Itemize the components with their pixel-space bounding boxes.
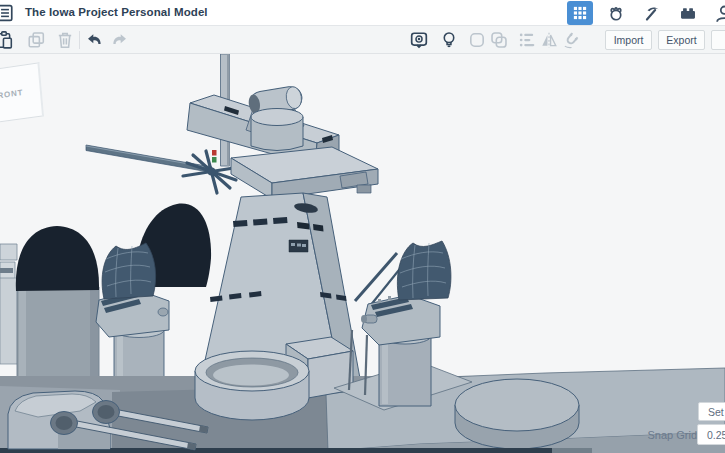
grid-view-icon[interactable] — [567, 1, 593, 25]
hull-shadow-fade — [552, 448, 592, 453]
group-icon[interactable] — [468, 31, 486, 49]
director-drum[interactable] — [251, 109, 303, 151]
tinkercad-editor: The Iowa Project Personal Model — [0, 0, 725, 453]
copy-paste-icon[interactable] — [0, 31, 13, 49]
editor-mode-switcher — [567, 0, 725, 26]
bridge-platform[interactable] — [231, 147, 378, 199]
snap-magnet-icon[interactable] — [562, 31, 580, 49]
delete-icon[interactable] — [56, 31, 74, 49]
ungroup-icon[interactable] — [490, 31, 508, 49]
hide-selected-icon[interactable] — [410, 31, 428, 49]
toolbar-divider — [79, 31, 80, 49]
battleship-model[interactable] — [0, 54, 725, 453]
settings-button[interactable]: Set — [698, 402, 725, 421]
document-menu-icon[interactable] — [0, 4, 14, 22]
design-viewport[interactable]: FRONT — [0, 54, 725, 453]
edit-toolbar: Import Export S — [0, 26, 725, 54]
starboard-director[interactable] — [334, 241, 472, 410]
flip-icon[interactable] — [540, 31, 558, 49]
barbette[interactable] — [455, 379, 579, 449]
minecraft-pickaxe-icon[interactable] — [639, 1, 665, 25]
gun-tub[interactable] — [195, 351, 309, 420]
forward-funnel[interactable] — [16, 226, 99, 388]
send-to-button[interactable]: S — [711, 30, 725, 50]
yardarm-antenna[interactable] — [86, 145, 212, 173]
snap-grid-label: Snap Grid — [590, 429, 697, 441]
red-nav-light — [212, 150, 217, 156]
app-header: The Iowa Project Personal Model — [0, 0, 725, 26]
duplicate-icon[interactable] — [27, 31, 45, 49]
green-nav-light — [212, 157, 217, 163]
undo-icon[interactable] — [86, 31, 104, 49]
show-all-icon[interactable] — [440, 31, 458, 49]
sim-lab-icon[interactable] — [603, 1, 629, 25]
lego-brick-icon[interactable] — [675, 1, 701, 25]
snap-grid-dropdown[interactable]: 0.25 — [697, 424, 725, 445]
design-title[interactable]: The Iowa Project Personal Model — [25, 6, 208, 18]
account-person-icon[interactable] — [711, 1, 725, 25]
export-button[interactable]: Export — [658, 30, 705, 50]
import-button[interactable]: Import — [605, 30, 652, 50]
align-icon[interactable] — [518, 31, 536, 49]
redo-icon[interactable] — [110, 31, 128, 49]
